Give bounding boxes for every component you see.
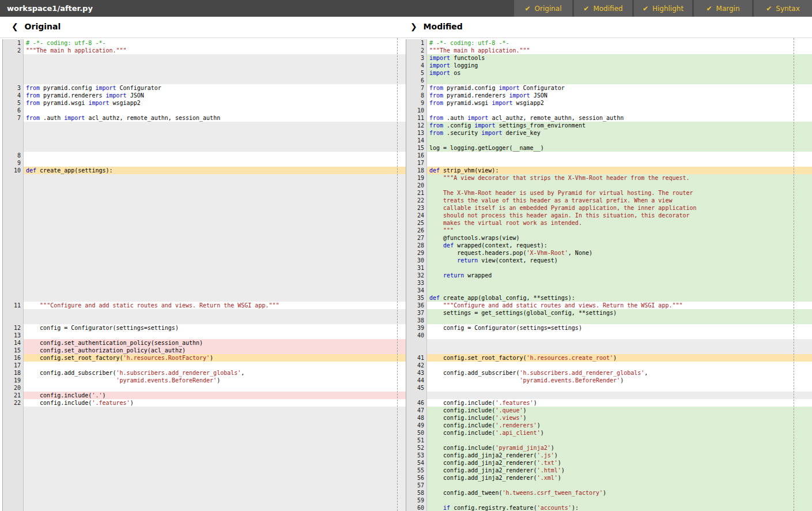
- code-text: [24, 257, 406, 264]
- line-number: 5: [2, 99, 24, 107]
- code-text: config.add_jinja2_renderer('.xml'): [427, 474, 812, 482]
- code-line: 5import os: [406, 69, 812, 77]
- line-number: 8: [406, 92, 427, 99]
- pane-headers: ❮ Original ❯ Modified: [0, 17, 812, 38]
- code-text: [427, 279, 812, 287]
- code-line: 13from .security import derive_key: [406, 129, 812, 137]
- line-number: 30: [406, 257, 427, 264]
- collapse-original-icon[interactable]: ❮: [12, 22, 18, 31]
- filler-line: [0, 234, 406, 242]
- code-text: [427, 264, 812, 272]
- line-number: [2, 137, 24, 144]
- code-text: [427, 152, 812, 159]
- code-line: 48 config.include('.views'): [406, 414, 812, 422]
- code-text: [24, 122, 406, 129]
- code-line: 45: [406, 384, 812, 392]
- line-number: [2, 264, 24, 272]
- check-icon: ✔: [643, 5, 648, 13]
- code-text: [24, 482, 406, 489]
- code-line: 9: [0, 159, 406, 167]
- filler-line: [0, 197, 406, 204]
- code-line: 6: [406, 77, 812, 84]
- code-line: 11from .auth import acl_authz, remote_au…: [406, 114, 812, 122]
- code-text: [427, 287, 812, 294]
- line-number: [2, 474, 24, 482]
- code-text: [24, 264, 406, 272]
- code-text: config.include('.features'): [427, 399, 812, 407]
- code-line: 11 """Configure and add static routes an…: [0, 302, 406, 309]
- code-text: makes the virtual root work as intended.: [427, 219, 812, 227]
- line-number: 17: [406, 159, 427, 167]
- code-line: 17: [406, 159, 812, 167]
- check-icon: ✔: [766, 5, 772, 13]
- line-number: 41: [406, 354, 427, 362]
- line-number: 45: [406, 384, 427, 392]
- check-icon: ✔: [706, 5, 712, 13]
- line-number: 5: [406, 69, 427, 77]
- code-line: 26 """: [406, 227, 812, 234]
- code-text: [24, 219, 406, 227]
- toggle-highlight-button[interactable]: ✔ Highlight: [634, 0, 692, 17]
- toggle-margin-button[interactable]: ✔ Margin: [694, 0, 752, 17]
- toggle-syntax-button[interactable]: ✔ Syntax: [754, 0, 812, 17]
- line-number: 14: [406, 137, 427, 144]
- code-line: 8from pyramid.renderers import JSON: [406, 92, 812, 99]
- line-number: [2, 429, 24, 437]
- line-number: [2, 272, 24, 279]
- code-text: from pyramid.wsgi import wsgiapp2: [427, 99, 812, 107]
- code-line: 21 config.include('.'): [0, 392, 406, 399]
- line-number: 16: [406, 152, 427, 159]
- line-number: [2, 197, 24, 204]
- line-number: [2, 234, 24, 242]
- line-number: 6: [406, 77, 427, 84]
- diff-view: 1# -*- coding: utf-8 -*-2"""The main h a…: [0, 38, 812, 511]
- filler-line: [0, 459, 406, 467]
- line-number: [2, 249, 24, 257]
- code-line: 16: [406, 152, 812, 159]
- line-number: 19: [406, 174, 427, 182]
- code-text: def create_app(global_config, **settings…: [427, 294, 812, 302]
- line-number: [2, 54, 24, 62]
- filler-line: [0, 279, 406, 287]
- filler-line: [0, 489, 406, 497]
- code-line: 20: [406, 182, 812, 189]
- toggle-modified-button[interactable]: ✔ Modified: [574, 0, 632, 17]
- code-text: [24, 197, 406, 204]
- code-text: config.include('pyramid_jinja2'): [427, 444, 812, 452]
- line-number: [2, 204, 24, 212]
- code-line: 17: [0, 362, 406, 369]
- line-number: 56: [406, 474, 427, 482]
- filler-line: [0, 129, 406, 137]
- code-line: 23 callable itself is an embedded Pyrami…: [406, 204, 812, 212]
- code-line: 8: [0, 152, 406, 159]
- code-text: config.include('.views'): [427, 414, 812, 422]
- code-line: 54 config.add_jinja2_renderer('.txt'): [406, 459, 812, 467]
- code-text: [427, 482, 812, 489]
- code-text: """A view decorator that strips the X-Vh…: [427, 174, 812, 182]
- filler-line: [0, 452, 406, 459]
- collapse-modified-icon[interactable]: ❯: [410, 22, 417, 31]
- line-number: 2: [2, 47, 24, 54]
- code-line: 5from pyramid.wsgi import wsgiapp2: [0, 99, 406, 107]
- code-text: config.add_subscriber('h.subscribers.add…: [24, 369, 406, 377]
- code-line: 60 if config.registry.feature('accounts'…: [406, 504, 812, 511]
- code-text: [427, 107, 812, 114]
- filler-line: [0, 174, 406, 182]
- code-text: config.include('.renderers'): [427, 422, 812, 429]
- toggle-modified-label: Modified: [593, 5, 622, 13]
- code-line: 32 return wrapped: [406, 272, 812, 279]
- line-number: [2, 212, 24, 219]
- code-line: 6: [0, 107, 406, 114]
- line-number: 3: [2, 84, 24, 92]
- modified-pane-header: ❯ Modified: [406, 17, 812, 37]
- code-text: [24, 317, 406, 324]
- toggle-original-button[interactable]: ✔ Original: [514, 0, 572, 17]
- code-text: [24, 279, 406, 287]
- code-text: config.add_tween('h.tweens.csrf_tween_fa…: [427, 489, 812, 497]
- code-text: [24, 107, 406, 114]
- filler-line: [0, 122, 406, 129]
- modified-code-rows: 1# -*- coding: utf-8 -*-2"""The main h a…: [406, 38, 812, 511]
- line-number: 28: [406, 242, 427, 249]
- line-number: [2, 414, 24, 422]
- line-number: 6: [2, 107, 24, 114]
